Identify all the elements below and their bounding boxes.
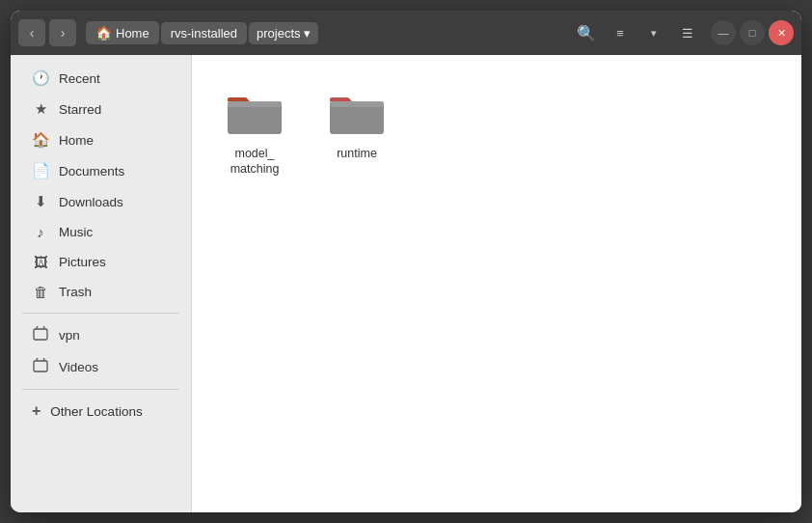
sidebar-item-other-locations[interactable]: + Other Locations — [16, 396, 185, 427]
main-content: 🕐 Recent ★ Starred 🏠 Home 📄 Documents ⬇ … — [11, 55, 801, 512]
search-button[interactable]: 🔍 — [571, 17, 602, 48]
sidebar-item-starred[interactable]: ★ Starred — [16, 94, 185, 124]
folder-label-model-matching: model_matching — [230, 146, 280, 178]
breadcrumb-home[interactable]: 🏠 Home — [86, 21, 159, 44]
list-view-button[interactable]: ≡ — [605, 17, 636, 48]
videos-icon — [32, 358, 49, 376]
sidebar-label-vpn: vpn — [59, 328, 80, 343]
breadcrumb: 🏠 Home rvs-installed projects ▾ — [86, 21, 561, 44]
close-icon: ✕ — [777, 27, 786, 40]
sidebar-divider-2 — [22, 389, 179, 390]
breadcrumb-home-label: Home — [116, 26, 149, 41]
maximize-button[interactable]: □ — [740, 20, 765, 45]
sidebar-label-pictures: Pictures — [59, 255, 106, 269]
plus-icon: + — [32, 402, 41, 420]
downloads-icon: ⬇ — [32, 193, 49, 210]
folder-label-runtime: runtime — [337, 146, 377, 161]
dropdown-arrow-icon: ▾ — [304, 26, 311, 41]
sidebar-label-downloads: Downloads — [59, 195, 123, 209]
sidebar-item-vpn[interactable]: vpn — [16, 319, 185, 351]
view-toggle-button[interactable]: ▾ — [638, 17, 669, 48]
breadcrumb-rvs-installed[interactable]: rvs-installed — [161, 22, 247, 44]
music-icon: ♪ — [32, 224, 49, 240]
header-actions: 🔍 ≡ ▾ ☰ — [571, 17, 703, 48]
svg-rect-1 — [34, 361, 47, 372]
starred-icon: ★ — [32, 100, 49, 118]
view-toggle-icon: ▾ — [651, 27, 657, 40]
svg-rect-5 — [330, 101, 384, 107]
sidebar-label-recent: Recent — [59, 71, 100, 86]
sidebar-item-downloads[interactable]: ⬇ Downloads — [16, 186, 185, 217]
folder-icon-runtime — [326, 86, 388, 140]
hamburger-icon: ☰ — [682, 26, 693, 41]
sidebar-label-videos: Videos — [59, 360, 98, 374]
breadcrumb-rvs-label: rvs-installed — [171, 26, 237, 41]
sidebar-label-other-locations: Other Locations — [50, 404, 142, 419]
sidebar-label-home: Home — [59, 133, 94, 148]
sidebar-label-music: Music — [59, 225, 93, 239]
documents-icon: 📄 — [32, 162, 49, 179]
sidebar-item-home[interactable]: 🏠 Home — [16, 124, 185, 155]
list-item[interactable]: model_matching — [211, 78, 298, 185]
home-sidebar-icon: 🏠 — [32, 131, 49, 149]
search-icon: 🔍 — [577, 24, 596, 42]
file-area: model_matching runtime — [192, 55, 801, 512]
maximize-icon: □ — [749, 27, 756, 39]
pictures-icon: 🖼 — [32, 254, 49, 270]
svg-rect-3 — [228, 101, 282, 107]
sidebar-label-trash: Trash — [59, 285, 92, 299]
back-button[interactable]: ‹ — [18, 19, 45, 46]
sidebar-item-videos[interactable]: Videos — [16, 351, 185, 383]
minimize-button[interactable]: — — [711, 20, 736, 45]
sidebar-item-trash[interactable]: 🗑 Trash — [16, 277, 185, 307]
sidebar-item-pictures[interactable]: 🖼 Pictures — [16, 247, 185, 277]
file-manager-window: ‹ › 🏠 Home rvs-installed projects ▾ 🔍 ≡ — [11, 11, 801, 512]
folder-icon-model-matching — [224, 86, 285, 140]
sidebar: 🕐 Recent ★ Starred 🏠 Home 📄 Documents ⬇ … — [11, 55, 192, 512]
titlebar: ‹ › 🏠 Home rvs-installed projects ▾ 🔍 ≡ — [11, 11, 801, 55]
sidebar-item-documents[interactable]: 📄 Documents — [16, 155, 185, 186]
sidebar-label-starred: Starred — [59, 102, 101, 117]
svg-rect-0 — [34, 329, 47, 340]
vpn-icon — [32, 326, 49, 344]
window-controls: — □ ✕ — [711, 20, 794, 45]
forward-button[interactable]: › — [49, 19, 76, 46]
minimize-icon: — — [718, 27, 729, 39]
trash-icon: 🗑 — [32, 284, 49, 300]
sidebar-divider — [22, 313, 179, 314]
recent-icon: 🕐 — [32, 69, 49, 87]
list-view-icon: ≡ — [616, 26, 624, 41]
sidebar-item-music[interactable]: ♪ Music — [16, 217, 185, 247]
list-item[interactable]: runtime — [313, 78, 400, 185]
breadcrumb-projects-label: projects — [257, 26, 301, 41]
breadcrumb-projects[interactable]: projects ▾ — [249, 22, 318, 44]
home-icon: 🏠 — [95, 25, 112, 41]
sidebar-label-documents: Documents — [59, 164, 124, 179]
menu-button[interactable]: ☰ — [672, 17, 703, 48]
close-button[interactable]: ✕ — [769, 20, 794, 45]
sidebar-item-recent[interactable]: 🕐 Recent — [16, 63, 185, 94]
